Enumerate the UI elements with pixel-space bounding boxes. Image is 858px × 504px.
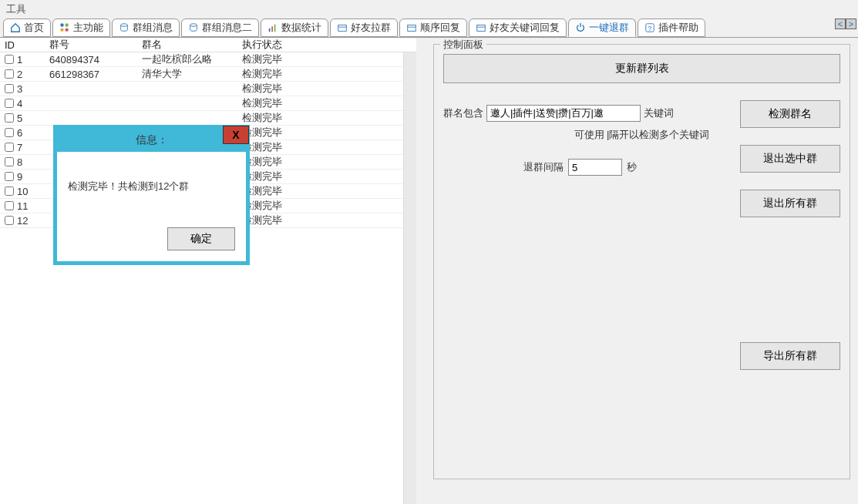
db-icon — [188, 22, 199, 33]
quit-all-button[interactable]: 退出所有群 — [740, 190, 840, 217]
menu-tools[interactable]: 工具 — [6, 3, 26, 15]
svg-point-0 — [60, 23, 63, 26]
tab-label: 群组消息 — [133, 21, 173, 35]
tab-kw-reply[interactable]: 好友关键词回复 — [469, 18, 567, 37]
interval-label: 退群间隔 — [523, 160, 564, 174]
row-checkbox[interactable] — [5, 172, 14, 181]
workarea: ID 群号 群名 执行状态 1640894374一起吃槟郎么略检测完毕26612… — [0, 37, 858, 504]
row-checkbox[interactable] — [5, 55, 14, 64]
tab-label: 顺序回复 — [420, 21, 460, 35]
cell-status: 检测完毕 — [239, 67, 316, 81]
cell-status: 检测完毕 — [239, 111, 316, 125]
table-row[interactable]: 5检测完毕 — [0, 111, 403, 126]
row-checkbox[interactable] — [5, 201, 14, 210]
interval-unit: 秒 — [627, 160, 637, 174]
header-status[interactable]: 执行状态 — [239, 38, 316, 52]
tab-quit-group[interactable]: 一键退群 — [568, 18, 636, 37]
cell-id: 12 — [17, 215, 28, 227]
dialog-message: 检测完毕！共检测到12个群 — [68, 180, 189, 192]
tab-group-msg[interactable]: 群组消息 — [112, 18, 180, 37]
tab-home[interactable]: 首页 — [3, 18, 51, 37]
row-checkbox[interactable] — [5, 128, 14, 137]
tab-plugin-help[interactable]: ? 插件帮助 — [638, 18, 705, 37]
tab-friend-pull[interactable]: 好友拉群 — [330, 18, 398, 37]
detect-name-button[interactable]: 检测群名 — [740, 100, 840, 128]
control-panel: 控制面板 更新群列表 群名包含 关键词 可使用 |隔开以检测多个关键词 退群间隔… — [433, 44, 850, 479]
quit-selected-button[interactable]: 退出选中群 — [740, 145, 840, 173]
row-checkbox[interactable] — [5, 84, 14, 93]
tab-nav: < > — [835, 18, 856, 29]
tab-group-msg-2[interactable]: 群组消息二 — [181, 18, 259, 37]
cell-id: 11 — [17, 200, 28, 212]
dialog-footer: 确定 — [57, 221, 246, 261]
svg-point-5 — [190, 24, 197, 27]
dialog-titlebar[interactable]: 信息： X — [57, 129, 246, 152]
cell-name: 清华大学 — [139, 67, 239, 81]
svg-point-2 — [60, 28, 63, 31]
grid-icon — [59, 22, 70, 33]
row-checkbox[interactable] — [5, 216, 14, 225]
cell-status: 检测完毕 — [239, 82, 316, 96]
row-checkbox[interactable] — [5, 143, 14, 152]
tab-label: 好友拉群 — [351, 21, 391, 35]
svg-rect-6 — [269, 29, 271, 32]
svg-rect-9 — [338, 25, 347, 32]
cell-status: 检测完毕 — [239, 199, 316, 213]
side-button-column: 检测群名 退出选中群 退出所有群 导出所有群 — [740, 100, 840, 387]
control-panel-area: 控制面板 更新群列表 群名包含 关键词 可使用 |隔开以检测多个关键词 退群间隔… — [421, 38, 858, 504]
cell-id: 4 — [17, 98, 22, 109]
dialog-close-button[interactable]: X — [223, 126, 249, 144]
tool-icon — [575, 22, 586, 33]
tab-label: 一键退群 — [589, 21, 629, 35]
svg-rect-7 — [271, 26, 273, 32]
update-group-list-button[interactable]: 更新群列表 — [443, 54, 840, 83]
row-checkbox[interactable] — [5, 99, 14, 108]
tab-nav-left[interactable]: < — [835, 18, 846, 29]
cell-id: 3 — [17, 83, 22, 95]
cell-id: 9 — [17, 171, 22, 183]
chart-icon — [267, 22, 278, 33]
svg-point-3 — [65, 28, 68, 31]
tab-label: 插件帮助 — [658, 21, 698, 35]
cell-status: 检测完毕 — [239, 52, 316, 66]
header-num[interactable]: 群号 — [46, 38, 139, 52]
row-checkbox[interactable] — [5, 186, 14, 196]
row-checkbox[interactable] — [5, 113, 14, 123]
table-body: 1640894374一起吃槟郎么略检测完毕2661298367清华大学检测完毕3… — [0, 52, 403, 504]
dialog-ok-button[interactable]: 确定 — [167, 227, 235, 250]
cell-num: 640894374 — [46, 54, 139, 66]
tab-main[interactable]: 主功能 — [52, 18, 110, 37]
tab-stats[interactable]: 数据统计 — [261, 18, 328, 37]
scrollbar-vertical[interactable] — [403, 52, 416, 504]
table-row[interactable]: 3检测完毕 — [0, 82, 403, 96]
keyword-suffix: 关键词 — [644, 106, 674, 120]
cell-id: 1 — [17, 54, 22, 66]
cell-id: 8 — [17, 156, 22, 168]
tab-seq-reply[interactable]: 顺序回复 — [399, 18, 467, 37]
box-icon — [406, 22, 417, 33]
table-row[interactable]: 1640894374一起吃槟郎么略检测完毕 — [0, 52, 403, 67]
info-dialog: 信息： X 检测完毕！共检测到12个群 确定 — [53, 125, 250, 265]
svg-rect-11 — [477, 25, 486, 32]
table-row[interactable]: 2661298367清华大学检测完毕 — [0, 67, 403, 82]
header-name[interactable]: 群名 — [139, 38, 239, 52]
help-icon: ? — [644, 22, 655, 33]
cell-id: 2 — [17, 69, 22, 80]
row-checkbox[interactable] — [5, 157, 14, 166]
cell-id: 6 — [17, 127, 22, 139]
svg-point-4 — [121, 24, 128, 27]
cell-num: 661298367 — [46, 69, 139, 80]
keyword-input[interactable] — [486, 105, 641, 122]
tab-nav-right[interactable]: > — [846, 18, 856, 29]
box-icon — [476, 22, 486, 33]
cell-status: 检测完毕 — [239, 184, 316, 198]
table-row[interactable]: 4检测完毕 — [0, 96, 403, 111]
export-all-button[interactable]: 导出所有群 — [740, 342, 840, 370]
row-checkbox[interactable] — [5, 69, 14, 79]
cell-id: 5 — [17, 113, 22, 124]
dialog-body: 检测完毕！共检测到12个群 — [57, 152, 246, 221]
cell-status: 检测完毕 — [239, 155, 316, 169]
interval-input[interactable] — [568, 159, 622, 176]
header-id[interactable]: ID — [0, 39, 46, 51]
cell-status: 检测完毕 — [239, 170, 316, 183]
